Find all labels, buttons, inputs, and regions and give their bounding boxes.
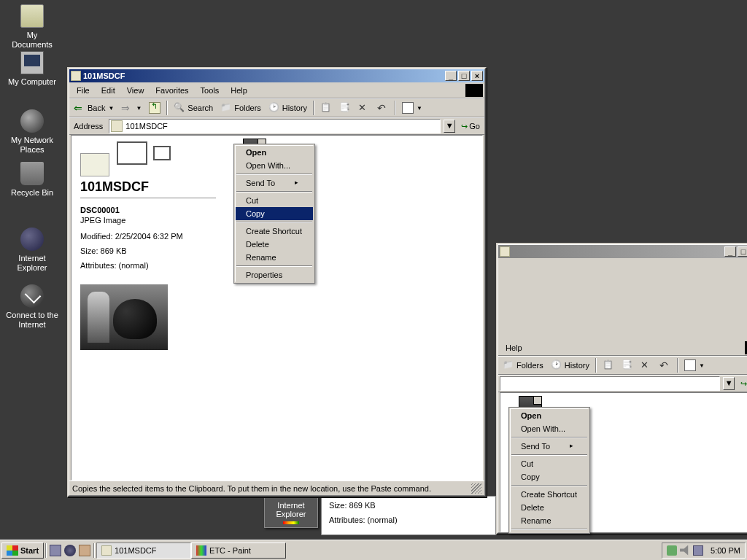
- menu-favorites[interactable]: Favorites: [150, 85, 194, 96]
- menu-help[interactable]: Help: [225, 85, 253, 96]
- usb-icon[interactable]: [667, 545, 677, 556]
- move-to-button[interactable]: [317, 101, 335, 115]
- ie-desktop-label[interactable]: Internet Explorer: [264, 496, 318, 528]
- menu-tools[interactable]: Tools: [195, 85, 225, 96]
- delete-button[interactable]: [638, 358, 655, 373]
- ctx-delete[interactable]: Delete: [511, 501, 588, 514]
- taskbar: Start 101MSDCF ETC - Paint 5:00 PM: [0, 540, 747, 560]
- desktop-icon-network-places[interactable]: My Network Places: [6, 109, 58, 155]
- views-button[interactable]: ▼: [399, 101, 425, 115]
- move-to-button[interactable]: [600, 358, 617, 373]
- ctx-open[interactable]: Open: [511, 409, 588, 422]
- menu-edit[interactable]: Edit: [96, 85, 121, 96]
- volume-icon[interactable]: [680, 545, 690, 556]
- ctx-cut[interactable]: Cut: [236, 194, 313, 207]
- desktop-icon-recycle-bin[interactable]: Recycle Bin: [6, 162, 58, 198]
- copy-to-icon: [622, 359, 633, 371]
- quick-launch-desktop[interactable]: [48, 543, 63, 558]
- ctx-rename[interactable]: Rename: [236, 251, 313, 264]
- display-icon[interactable]: [693, 545, 703, 556]
- search-button[interactable]: Search: [171, 101, 216, 115]
- ctx-open-with[interactable]: Open With...: [236, 159, 313, 172]
- resize-grip[interactable]: [471, 483, 481, 494]
- menu-view[interactable]: View: [121, 85, 150, 96]
- window-title: 101MSDCF: [83, 71, 125, 80]
- desktop-icon-my-computer[interactable]: My Computer: [6, 51, 58, 87]
- address-dropdown[interactable]: ▼: [723, 377, 735, 390]
- desktop-icon-connect-internet[interactable]: Connect to the Internet: [6, 284, 58, 330]
- ctx-create-shortcut[interactable]: Create Shortcut: [511, 488, 588, 501]
- folder-heading: 101MSDCF: [80, 179, 216, 195]
- status-text: Copies the selected items to the Clipboa…: [72, 484, 431, 493]
- statusbar: Copies the selected items to the Clipboa…: [69, 481, 484, 495]
- menu-file[interactable]: File: [71, 85, 96, 96]
- delete-icon: [358, 102, 370, 114]
- thumbnail-preview: [80, 284, 168, 350]
- clock[interactable]: 5:00 PM: [711, 546, 740, 555]
- ctx-copy[interactable]: Copy: [511, 470, 588, 483]
- system-tray: 5:00 PM: [662, 542, 746, 559]
- context-menu-primary: Open Open With... Send To Cut Copy Creat…: [233, 144, 315, 284]
- folders-icon: [503, 359, 514, 371]
- back-button[interactable]: Back▼: [71, 101, 117, 115]
- undo-icon: [659, 359, 671, 371]
- ctx-cut[interactable]: Cut: [511, 457, 588, 470]
- copy-to-button[interactable]: [619, 358, 636, 373]
- ctx-delete[interactable]: Delete: [236, 238, 313, 251]
- ctx-send-to[interactable]: Send To: [511, 440, 588, 453]
- ctx-open-with[interactable]: Open With...: [511, 422, 588, 435]
- folders-button[interactable]: Folders: [217, 101, 264, 115]
- copy-to-button[interactable]: [336, 101, 354, 115]
- computer-icon: [20, 51, 44, 74]
- minimize-button[interactable]: _: [445, 71, 457, 81]
- history-button[interactable]: History: [548, 358, 592, 373]
- go-button[interactable]: Go: [738, 378, 747, 390]
- file-name: DSC00001: [80, 206, 216, 214]
- addressbar-secondary: ▼ Go: [498, 375, 747, 392]
- move-to-icon: [320, 102, 332, 114]
- folders-button[interactable]: Folders: [500, 358, 546, 373]
- up-icon: [149, 102, 160, 114]
- info-panel-fragment: Size: 869 KB Attributes: (normal): [321, 496, 496, 535]
- desktop-icon-internet-explorer[interactable]: Internet Explorer: [6, 228, 58, 273]
- ctx-open[interactable]: Open: [236, 146, 313, 159]
- address-input[interactable]: [500, 376, 720, 391]
- maximize-button[interactable]: □: [458, 71, 470, 81]
- quick-launch-outlook[interactable]: [77, 543, 92, 558]
- close-button[interactable]: ×: [471, 71, 483, 81]
- connect-icon: [20, 284, 44, 308]
- start-button[interactable]: Start: [1, 542, 44, 559]
- undo-button[interactable]: [657, 358, 674, 373]
- titlebar[interactable]: 101MSDCF _ □ ×: [69, 69, 484, 82]
- address-dropdown[interactable]: ▼: [444, 120, 455, 133]
- folders-icon: [220, 102, 232, 114]
- views-button[interactable]: ▼: [681, 358, 708, 373]
- maximize-button[interactable]: □: [738, 246, 747, 257]
- folder-icon: [111, 120, 123, 132]
- quick-launch-ie[interactable]: [63, 543, 77, 558]
- ctx-create-shortcut[interactable]: Create Shortcut: [236, 225, 313, 238]
- ctx-send-to[interactable]: Send To: [236, 176, 313, 190]
- minimize-button[interactable]: _: [724, 246, 736, 257]
- taskbar-item-etc-paint[interactable]: ETC - Paint: [191, 542, 286, 559]
- ctx-rename[interactable]: Rename: [511, 514, 588, 527]
- file-modified: Modified: 2/25/2004 6:32 PM: [80, 232, 216, 241]
- forward-button[interactable]: ▼: [118, 101, 144, 115]
- taskbar-item-101msdcf[interactable]: 101MSDCF: [96, 542, 191, 559]
- ctx-properties[interactable]: Properties: [236, 268, 313, 281]
- ctx-copy[interactable]: Copy: [236, 207, 313, 220]
- delete-icon: [640, 359, 652, 371]
- titlebar-secondary[interactable]: _ □ ×: [498, 245, 747, 258]
- context-menu-secondary: Open Open With... Send To Cut Copy Creat…: [508, 407, 590, 534]
- folder-icon: [20, 4, 44, 28]
- address-input[interactable]: 101MSDCF: [109, 119, 441, 133]
- go-button[interactable]: Go: [458, 120, 483, 133]
- delete-button[interactable]: [355, 101, 373, 115]
- menu-help[interactable]: Help: [500, 342, 528, 354]
- desktop-icon-my-documents[interactable]: My Documents: [6, 4, 58, 50]
- up-button[interactable]: [146, 101, 163, 115]
- show-desktop-icon: [50, 545, 61, 556]
- undo-button[interactable]: [374, 101, 392, 115]
- history-icon: [551, 359, 562, 371]
- history-button[interactable]: History: [266, 101, 310, 115]
